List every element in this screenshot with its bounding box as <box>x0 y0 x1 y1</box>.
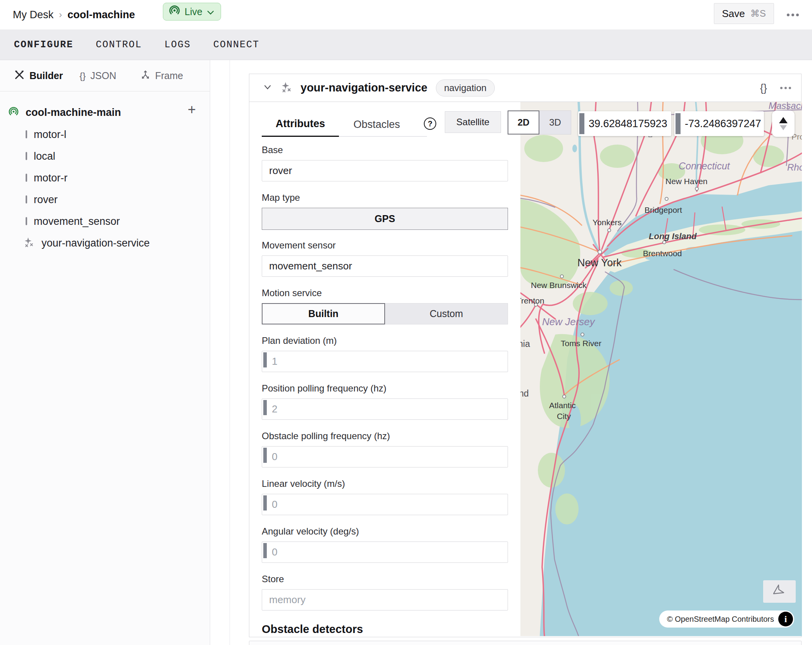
linear-velocity-value: 0 <box>272 494 277 515</box>
angular-velocity-input[interactable]: 0 <box>262 542 508 563</box>
live-status-dropdown[interactable]: Live <box>163 3 221 21</box>
tab-configure[interactable]: CONFIGURE <box>14 39 73 50</box>
chevron-down-icon <box>207 6 214 17</box>
field-label: Store <box>262 574 508 585</box>
field-label: Angular velocity (deg/s) <box>262 526 508 537</box>
field-label: Linear velocity (m/s) <box>262 478 508 489</box>
recenter-map-button[interactable] <box>763 580 796 603</box>
info-icon[interactable]: i <box>778 612 793 626</box>
tree-item-navigation-service[interactable]: your-navigation-service <box>0 233 210 253</box>
svg-text:Trenton: Trenton <box>520 296 544 305</box>
drag-handle[interactable] <box>263 400 267 415</box>
attributes-form: Base rover Map type GPS Movement sensor … <box>262 145 508 636</box>
attribution-text: © OpenStreetMap Contributors <box>667 615 774 624</box>
tree-item-label: local <box>34 150 55 162</box>
map-dimension-toggle: 2D 3D <box>508 110 571 135</box>
card-tab-bar: Attributes Obstacles <box>262 112 427 137</box>
map-type-gps-button[interactable]: GPS <box>262 208 508 230</box>
main-tab-bar: CONFIGURE CONTROL LOGS CONNECT <box>0 29 812 60</box>
linear-velocity-input[interactable]: 0 <box>262 494 508 515</box>
card-menu-button[interactable] <box>780 87 791 89</box>
svg-text:nd: nd <box>520 388 529 398</box>
map-2d-button[interactable]: 2D <box>508 110 539 135</box>
braces-icon: {} <box>79 71 86 81</box>
zoom-stepper[interactable] <box>772 110 795 137</box>
store-input[interactable]: memory <box>262 589 508 611</box>
tree-item-label: movement_sensor <box>34 216 120 228</box>
mode-json[interactable]: {} JSON <box>79 60 116 91</box>
tab-connect[interactable]: CONNECT <box>213 39 259 50</box>
mode-builder[interactable]: Builder <box>14 60 63 91</box>
plan-deviation-value: 1 <box>272 351 277 372</box>
tree-root-machine-part[interactable]: cool-machine-main <box>0 104 210 121</box>
tab-logs[interactable]: LOGS <box>164 39 191 50</box>
tree-item-label: rover <box>34 194 58 206</box>
component-diamond-icon <box>26 174 27 181</box>
breadcrumb-separator-icon: › <box>59 9 62 20</box>
mode-builder-label: Builder <box>29 70 63 81</box>
tab-obstacles[interactable]: Obstacles <box>339 112 415 137</box>
base-input[interactable]: rover <box>262 160 508 181</box>
component-diamond-icon <box>26 196 27 203</box>
tree-item-motor-r[interactable]: motor-r <box>0 168 210 188</box>
navigation-service-card: your-navigation-service navigation {} <box>249 74 802 637</box>
next-card-edge <box>249 641 802 645</box>
field-label: Plan deviation (m) <box>262 335 508 346</box>
live-label: Live <box>185 6 202 17</box>
svg-text:City: City <box>557 412 571 421</box>
motion-custom-button[interactable]: Custom <box>385 303 508 324</box>
frame-axes-icon <box>140 70 150 82</box>
navigation-map[interactable]: New Haven Bridgeport Yonkers Brentwood N… <box>520 102 802 636</box>
tree-root-label: cool-machine-main <box>26 107 121 119</box>
step-up-icon[interactable] <box>779 117 788 123</box>
tree-item-label: your-navigation-service <box>41 237 150 249</box>
drag-handle[interactable] <box>263 495 267 510</box>
motion-service-toggle: Builtin Custom <box>262 303 508 324</box>
view-mode-switcher: Builder {} JSON Frame <box>0 60 210 91</box>
step-down-icon[interactable] <box>780 125 787 130</box>
breadcrumb-root[interactable]: My Desk <box>13 9 54 21</box>
longitude-value: -73.2486397247 <box>685 111 761 136</box>
obstacle-polling-input[interactable]: 0 <box>262 446 508 467</box>
satellite-toggle-button[interactable]: Satellite <box>445 111 501 133</box>
field-label: Base <box>262 145 508 155</box>
tree-item-rover[interactable]: rover <box>0 190 210 210</box>
drag-handle[interactable] <box>263 352 267 367</box>
tree-item-local[interactable]: local <box>0 146 210 166</box>
latitude-input[interactable]: 39.62848175923 <box>578 111 671 136</box>
longitude-input[interactable]: -73.2486397247 <box>674 111 764 136</box>
position-polling-input[interactable]: 2 <box>262 398 508 420</box>
drag-handle[interactable] <box>263 448 267 463</box>
drag-handle[interactable] <box>263 543 267 558</box>
mode-frame[interactable]: Frame <box>140 60 183 91</box>
field-label: Obstacle polling frequency (hz) <box>262 431 508 441</box>
more-menu-button[interactable] <box>784 7 801 22</box>
machine-part-icon <box>8 106 19 119</box>
card-title: your-navigation-service <box>301 81 427 94</box>
card-header: your-navigation-service navigation {} <box>249 74 801 102</box>
help-icon[interactable]: ? <box>424 117 436 130</box>
component-diamond-icon <box>26 218 27 225</box>
drag-handle[interactable] <box>579 113 584 134</box>
save-shortcut: ⌘S <box>750 8 766 19</box>
map-label-long-island: Long Island <box>649 231 697 241</box>
tab-control[interactable]: CONTROL <box>96 39 142 50</box>
component-diamond-icon <box>26 131 27 138</box>
openstreetmap-canvas: New Haven Bridgeport Yonkers Brentwood N… <box>520 102 802 636</box>
collapse-chevron-icon[interactable] <box>263 84 272 92</box>
save-button[interactable]: Save ⌘S <box>714 3 774 24</box>
raw-json-icon[interactable]: {} <box>760 82 767 94</box>
service-type-badge: navigation <box>436 79 494 97</box>
map-3d-button[interactable]: 3D <box>539 110 571 135</box>
svg-text:Connecticut: Connecticut <box>679 160 730 171</box>
tab-attributes[interactable]: Attributes <box>262 112 339 137</box>
movement-sensor-input[interactable]: movement_sensor <box>262 255 508 277</box>
config-sidebar: Builder {} JSON Frame <box>0 60 210 645</box>
drag-handle[interactable] <box>676 113 681 134</box>
svg-text:Rhod: Rhod <box>787 162 802 172</box>
tree-item-motor-l[interactable]: motor-l <box>0 124 210 145</box>
plan-deviation-input[interactable]: 1 <box>262 351 508 372</box>
tree-item-movement-sensor[interactable]: movement_sensor <box>0 211 210 231</box>
add-component-button[interactable]: + <box>188 102 196 118</box>
motion-builtin-button[interactable]: Builtin <box>262 303 385 324</box>
